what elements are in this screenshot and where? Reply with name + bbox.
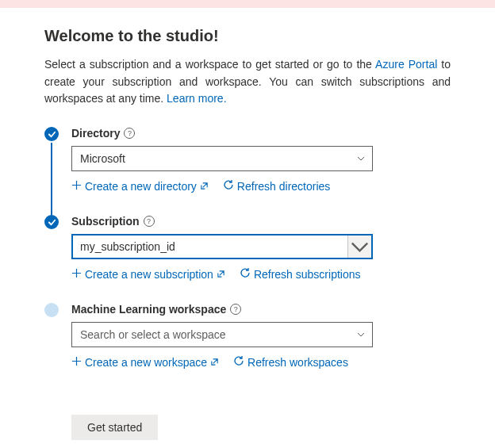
- directory-dropdown[interactable]: Microsoft: [71, 146, 373, 171]
- help-icon[interactable]: ?: [230, 304, 241, 315]
- step-subscription: Subscription ? my_subscription_id Create…: [71, 215, 451, 303]
- main-content: Welcome to the studio! Select a subscrip…: [0, 8, 495, 440]
- directory-label: Directory: [71, 127, 120, 140]
- refresh-icon: [223, 179, 234, 193]
- plus-icon: [71, 268, 82, 281]
- page-title: Welcome to the studio!: [44, 27, 451, 45]
- step-workspace: Machine Learning workspace ? Create a ne…: [71, 303, 451, 391]
- create-directory-text: Create a new directory: [85, 180, 197, 193]
- create-directory-link[interactable]: Create a new directory: [71, 180, 209, 193]
- help-icon[interactable]: ?: [124, 128, 135, 139]
- external-link-icon: [210, 356, 219, 369]
- subscription-value: my_subscription_id: [80, 240, 175, 253]
- intro-text: Select a subscription and a workspace to…: [44, 56, 451, 108]
- chevron-down-icon: [356, 330, 366, 339]
- create-workspace-text: Create a new workspace: [85, 356, 207, 369]
- learn-more-link[interactable]: Learn more.: [167, 92, 226, 105]
- azure-portal-link[interactable]: Azure Portal: [375, 58, 437, 71]
- workspace-search-input[interactable]: [80, 328, 356, 341]
- step-workspace-status-icon: [44, 303, 59, 317]
- step-subscription-status-icon: [44, 215, 59, 229]
- refresh-directories-link[interactable]: Refresh directories: [223, 179, 331, 193]
- workspace-label: Machine Learning workspace: [71, 303, 226, 316]
- get-started-button[interactable]: Get started: [71, 415, 158, 440]
- refresh-icon: [240, 267, 251, 281]
- top-accent-bar: [0, 0, 495, 8]
- refresh-workspaces-link[interactable]: Refresh workspaces: [233, 355, 348, 369]
- refresh-directories-text: Refresh directories: [237, 180, 331, 193]
- help-icon[interactable]: ?: [144, 216, 155, 227]
- step-directory-status-icon: [44, 127, 59, 141]
- step-directory: Directory ? Microsoft Create a new direc…: [71, 127, 451, 215]
- create-subscription-link[interactable]: Create a new subscription: [71, 268, 225, 281]
- chevron-down-icon: [356, 154, 366, 163]
- subscription-actions: Create a new subscription Refresh subscr…: [71, 267, 451, 281]
- intro-part1: Select a subscription and a workspace to…: [44, 58, 375, 71]
- workspace-actions: Create a new workspace Refresh workspace…: [71, 355, 451, 369]
- refresh-subscriptions-text: Refresh subscriptions: [254, 268, 361, 281]
- directory-value: Microsoft: [80, 152, 125, 165]
- steps-container: Directory ? Microsoft Create a new direc…: [44, 127, 451, 391]
- directory-actions: Create a new directory Refresh directori…: [71, 179, 451, 193]
- subscription-label: Subscription: [71, 215, 140, 228]
- refresh-workspaces-text: Refresh workspaces: [248, 356, 348, 369]
- directory-label-row: Directory ?: [71, 127, 451, 140]
- chevron-down-icon: [347, 235, 371, 258]
- external-link-icon: [217, 268, 225, 281]
- refresh-icon: [233, 355, 244, 369]
- plus-icon: [71, 356, 82, 369]
- plus-icon: [71, 180, 82, 193]
- connector-1: [51, 143, 52, 216]
- create-workspace-link[interactable]: Create a new workspace: [71, 356, 219, 369]
- subscription-dropdown[interactable]: my_subscription_id: [71, 234, 373, 259]
- refresh-subscriptions-link[interactable]: Refresh subscriptions: [240, 267, 361, 281]
- external-link-icon: [200, 180, 209, 193]
- workspace-label-row: Machine Learning workspace ?: [71, 303, 451, 316]
- workspace-dropdown[interactable]: [71, 322, 373, 347]
- subscription-label-row: Subscription ?: [71, 215, 451, 228]
- create-subscription-text: Create a new subscription: [85, 268, 213, 281]
